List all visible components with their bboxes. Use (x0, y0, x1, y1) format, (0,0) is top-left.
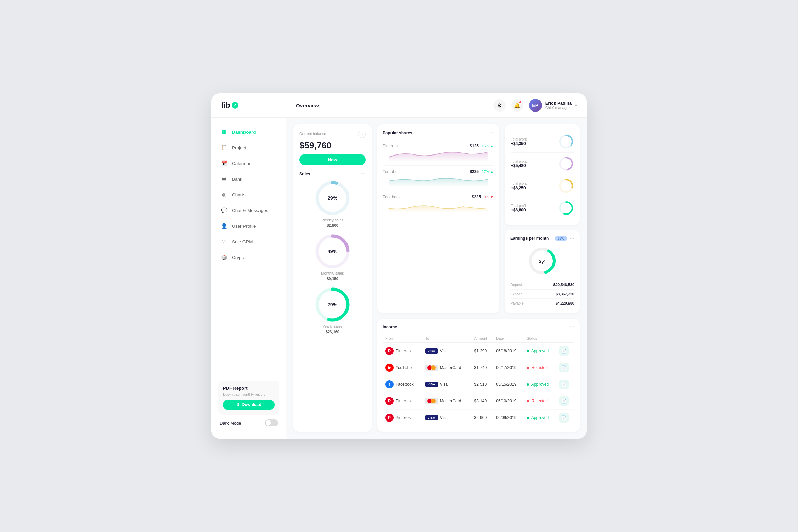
profit-value: +$4,350 (511, 141, 527, 146)
cell-to: VISA Visa (423, 343, 472, 359)
sidebar-item-dashboard[interactable]: ▦ Dashboard (216, 124, 282, 139)
payment-label: Visa (440, 382, 448, 387)
document-icon[interactable]: 📄 (559, 413, 569, 423)
balance-nav-arrow[interactable]: › (358, 131, 366, 138)
sidebar-item-bank[interactable]: 🏛 Bank (216, 172, 282, 187)
sales-more-button[interactable]: ··· (361, 171, 366, 177)
earnings-donut: 3,4 (527, 246, 558, 276)
share-meta: $125 15% ▲ (470, 144, 494, 148)
cell-to: MasterCard (423, 359, 472, 376)
income-card: Income ··· From To Amount Date Status (377, 319, 580, 432)
donut-container: 29% Weekly sales $2,600 (299, 181, 366, 227)
table-row: ▶ YouTube MasterCard $1,740 06/17/2019 R… (383, 359, 574, 376)
user-profile[interactable]: EP Erick Padilla Chief manager ▾ (529, 99, 577, 112)
profit-ring-svg (559, 156, 574, 171)
notification-badge (519, 101, 522, 104)
sidebar-label-charts: Charts (232, 192, 246, 197)
user-role: Chief manager (545, 106, 572, 110)
status-dot (527, 350, 529, 352)
sidebar-label-profile: User Profile (232, 224, 256, 229)
sidebar-item-project[interactable]: 📋 Project (216, 140, 282, 155)
cell-action: 📄 (557, 393, 574, 410)
share-name: Pinterest (383, 144, 399, 148)
cell-from: P Pinterest (383, 393, 423, 410)
profit-ring-svg (559, 178, 574, 193)
share-price: $225 (470, 169, 479, 174)
col-date: Date (493, 334, 524, 343)
document-icon[interactable]: 📄 (559, 380, 569, 389)
earnings-more-button[interactable]: ··· (570, 235, 574, 241)
share-price: $125 (470, 144, 479, 148)
popular-shares-more-button[interactable]: ··· (489, 130, 494, 136)
earnings-row: Payable: $4,220,980 (510, 299, 574, 308)
earnings-value: $4,220,980 (556, 301, 574, 305)
content-area: Current balance › $59,760 New Sales ··· (286, 118, 587, 439)
earnings-card: Earnings per month 35% ··· 3,4 (505, 230, 580, 313)
document-icon[interactable]: 📄 (559, 346, 569, 356)
payment-method: MasterCard (425, 398, 469, 404)
payment-method: VISA Visa (425, 348, 469, 354)
earnings-center-value: 3,4 (539, 258, 546, 264)
cell-date: 06/17/2019 (493, 359, 524, 376)
share-meta: $225 27% ▲ (470, 169, 494, 174)
donut-value: $23,160 (323, 330, 343, 334)
cell-amount: $3,140 (472, 393, 493, 410)
cell-from: f Facebook (383, 376, 423, 393)
sales-donut-item: 49% Monthly sales $9,150 (299, 234, 366, 281)
document-icon[interactable]: 📄 (559, 396, 569, 406)
new-button[interactable]: New (299, 154, 366, 165)
notification-button[interactable]: 🔔 (511, 99, 523, 112)
user-info: Erick Padilla Chief manager (545, 101, 572, 110)
document-icon[interactable]: 📄 (559, 363, 569, 372)
profit-list: Total profit +$4,350 Total profit +$5,48… (511, 131, 574, 219)
payment-method: VISA Visa (425, 415, 469, 420)
earnings-details: Deposit: $20,546,530 Expose: $8,367,320 … (510, 280, 574, 308)
balance-label: Current balance (299, 132, 326, 136)
source-name: Pinterest (396, 399, 412, 403)
sidebar-item-calendar[interactable]: 📅 Calendar (216, 156, 282, 171)
logo: fib ✓ (221, 101, 296, 110)
earnings-key: Deposit: (510, 283, 524, 287)
earnings-value: $8,367,320 (556, 292, 574, 296)
download-button[interactable]: ⬇ Download (223, 400, 275, 410)
sales-section-title: Sales ··· (299, 171, 366, 177)
profit-value: +$5,480 (511, 163, 527, 168)
cell-amount: $2,900 (472, 410, 493, 426)
mc-badge (425, 365, 438, 371)
share-item: Pinterest $125 15% ▲ (383, 140, 494, 166)
dark-mode-toggle[interactable] (265, 419, 278, 426)
sidebar-item-chat[interactable]: 💬 Chat & Messages (216, 203, 282, 218)
status-label: Rejected (532, 399, 548, 403)
sidebar-item-crypto[interactable]: 🎲 Crypto (216, 250, 282, 265)
cell-date: 06/18/2019 (493, 343, 524, 359)
popular-shares-title: Popular shares (383, 131, 412, 135)
sidebar-item-crm[interactable]: ♡ Sale CRM (216, 234, 282, 249)
source-icon: P (385, 397, 394, 405)
cell-date: 05/15/2019 (493, 376, 524, 393)
sparkline-svg (383, 176, 494, 186)
earnings-donut-container: 3,4 (510, 246, 574, 276)
source-chip: f Facebook (385, 380, 420, 388)
col-status: Status (524, 334, 557, 343)
income-table-head: From To Amount Date Status (383, 334, 574, 343)
logo-check-icon: ✓ (232, 102, 238, 109)
sales-donut-item: 29% Weekly sales $2,600 (299, 181, 366, 227)
profit-label: Total profit (511, 182, 527, 186)
mc-circle-yellow (431, 365, 436, 370)
sidebar-icon-chat: 💬 (220, 207, 228, 214)
donut-svg: 29% (315, 181, 350, 215)
visa-badge: VISA (425, 348, 438, 354)
earnings-key: Payable: (510, 301, 525, 305)
source-name: Pinterest (396, 415, 412, 420)
settings-button[interactable]: ⚙ (493, 99, 506, 112)
header-actions: ⚙ 🔔 EP Erick Padilla Chief manager ▾ (493, 99, 577, 112)
mc-badge (425, 398, 438, 404)
income-more-button[interactable]: ··· (570, 324, 574, 330)
toggle-thumb (266, 420, 271, 426)
cell-action: 📄 (557, 359, 574, 376)
profit-value: +$6,250 (511, 186, 527, 190)
sidebar-item-profile[interactable]: 👤 User Profile (216, 219, 282, 234)
visa-badge: VISA (425, 415, 438, 420)
income-table: From To Amount Date Status P Pinterest (383, 334, 574, 426)
sidebar-item-charts[interactable]: ◎ Charts (216, 187, 282, 202)
